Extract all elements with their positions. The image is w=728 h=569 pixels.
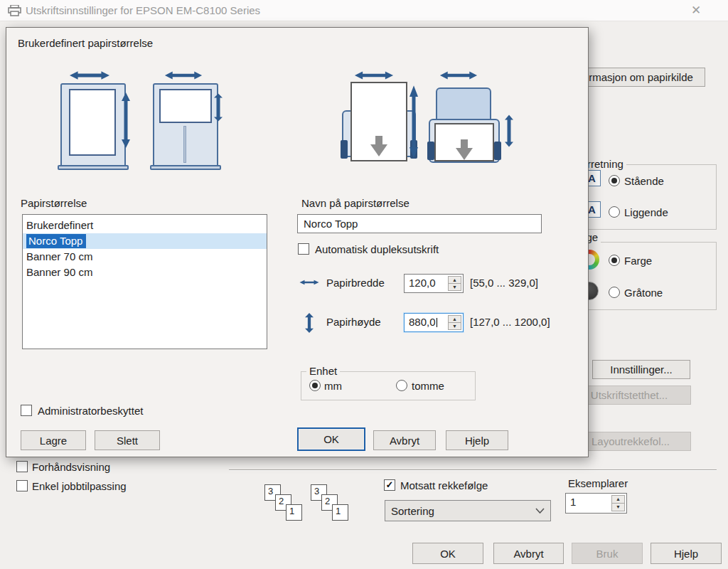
auto-duplex-checkbox[interactable]	[298, 243, 309, 255]
settings-button[interactable]: Innstillinger...	[592, 360, 690, 379]
width-arrow-icon	[439, 70, 478, 80]
cassette-landscape-illustration	[153, 83, 218, 167]
paper-size-name-input[interactable]	[297, 214, 542, 233]
paper-height-value: 880,0	[409, 316, 436, 328]
list-item[interactable]: Banner 70 cm	[23, 249, 267, 265]
unit-group-label: Enhet	[306, 365, 340, 377]
job-arranger-label[interactable]: Enkel jobbtilpassing	[32, 480, 127, 492]
job-arranger-checkbox[interactable]	[16, 480, 28, 491]
spin-up-icon[interactable]: ▲	[449, 316, 461, 323]
paper-size-list[interactable]: Brukerdefinert Norco Topp Banner 70 cm B…	[22, 214, 267, 349]
divider	[229, 469, 717, 471]
paper-size-name-label: Navn på papirstørrelse	[301, 197, 410, 209]
reverse-order-label[interactable]: Motsatt rekkefølge	[400, 479, 488, 491]
feeder-portrait-illustration	[341, 82, 419, 166]
cancel-button[interactable]: Avbryt	[493, 543, 564, 564]
list-item[interactable]: Banner 90 cm	[23, 265, 267, 280]
cassette-portrait-illustration	[60, 83, 126, 167]
paper-width-icon	[299, 278, 319, 287]
paper-height-icon	[305, 313, 314, 333]
list-item-selected[interactable]: Norco Topp	[23, 233, 267, 249]
dialog-title: Brukerdefinert papirstørrelse	[18, 37, 153, 49]
list-item[interactable]: Brukerdefinert	[23, 218, 267, 233]
copies-label: Eksemplarer	[568, 477, 628, 489]
portrait-radio[interactable]	[609, 175, 620, 186]
admin-protected-label[interactable]: Administratorbeskyttet	[38, 405, 143, 417]
apply-button: Bruk	[572, 543, 643, 564]
dialog-help-button[interactable]: Hjelp	[446, 430, 508, 450]
grayscale-radio[interactable]	[609, 287, 620, 298]
dialog-cancel-button[interactable]: Avbryt	[373, 430, 436, 450]
custom-paper-size-dialog: Brukerdefinert papirstørrelse	[6, 27, 589, 457]
chevron-down-icon	[535, 508, 545, 514]
collate-dropdown-value: Sortering	[391, 505, 535, 517]
ok-button[interactable]: OK	[412, 543, 483, 564]
window-titlebar: Utskriftsinnstillinger for EPSON EM-C810…	[0, 0, 728, 21]
dialog-ok-button[interactable]: OK	[297, 427, 365, 451]
admin-protected-checkbox[interactable]	[21, 405, 32, 416]
paper-width-label: Papirbredde	[326, 277, 385, 289]
width-arrow-icon	[164, 70, 203, 80]
spin-up-icon[interactable]: ▲	[449, 277, 461, 284]
preview-label[interactable]: Forhåndsvisning	[32, 461, 110, 473]
color-label[interactable]: Farge	[624, 255, 652, 267]
paper-height-range: [127,0 ... 1200,0]	[470, 316, 550, 328]
grayscale-label[interactable]: Gråtone	[624, 287, 663, 299]
help-button[interactable]: Hjelp	[651, 543, 722, 564]
spin-down-icon[interactable]: ▼	[612, 504, 624, 511]
height-arrow-icon	[121, 92, 131, 149]
spin-down-icon[interactable]: ▼	[449, 284, 461, 290]
portrait-label[interactable]: Stående	[624, 175, 664, 187]
paper-width-value: 120,0	[405, 275, 446, 292]
height-arrow-icon	[504, 115, 514, 147]
copies-value: 1	[566, 494, 610, 513]
height-arrow-icon	[409, 85, 419, 159]
landscape-radio[interactable]	[609, 206, 620, 218]
height-arrow-icon	[213, 93, 223, 122]
unit-mm-label[interactable]: mm	[324, 380, 342, 392]
paper-height-stepper[interactable]: 880,0 ▲ ▼	[404, 313, 464, 332]
unit-inch-label[interactable]: tomme	[412, 380, 444, 392]
window-title: Utskriftsinnstillinger for EPSON EM-C810…	[26, 4, 260, 16]
close-icon[interactable]: ✕	[687, 2, 705, 19]
unit-inch-radio[interactable]	[396, 380, 407, 391]
width-arrow-icon	[354, 70, 394, 80]
auto-duplex-label[interactable]: Automatisk dupleksutskrift	[315, 243, 439, 255]
color-radio[interactable]	[609, 255, 620, 266]
spin-down-icon[interactable]: ▼	[449, 323, 461, 329]
collate-icon: 3 2 1	[311, 484, 352, 524]
paper-height-label: Papirhøyde	[326, 316, 381, 328]
printer-icon	[8, 5, 21, 16]
paper-width-stepper[interactable]: 120,0 ▲ ▼	[404, 274, 464, 293]
delete-button[interactable]: Slett	[95, 430, 160, 450]
collate-icon: 3 2 1	[264, 484, 306, 524]
spin-up-icon[interactable]: ▲	[612, 496, 624, 504]
paper-size-list-label: Papirstørrelse	[21, 197, 87, 209]
copies-stepper[interactable]: 1 ▲ ▼	[565, 493, 627, 514]
paper-width-range: [55,0 ... 329,0]	[470, 277, 538, 289]
save-button[interactable]: Lagre	[21, 430, 86, 450]
reverse-order-checkbox[interactable]: ✓	[384, 479, 395, 491]
preview-checkbox[interactable]	[16, 461, 28, 472]
text-caret	[437, 318, 437, 327]
feeder-landscape-illustration	[427, 87, 503, 166]
landscape-label[interactable]: Liggende	[624, 206, 668, 218]
unit-mm-radio[interactable]	[309, 380, 321, 391]
collate-dropdown[interactable]: Sortering	[385, 500, 551, 521]
width-arrow-icon	[69, 70, 110, 80]
